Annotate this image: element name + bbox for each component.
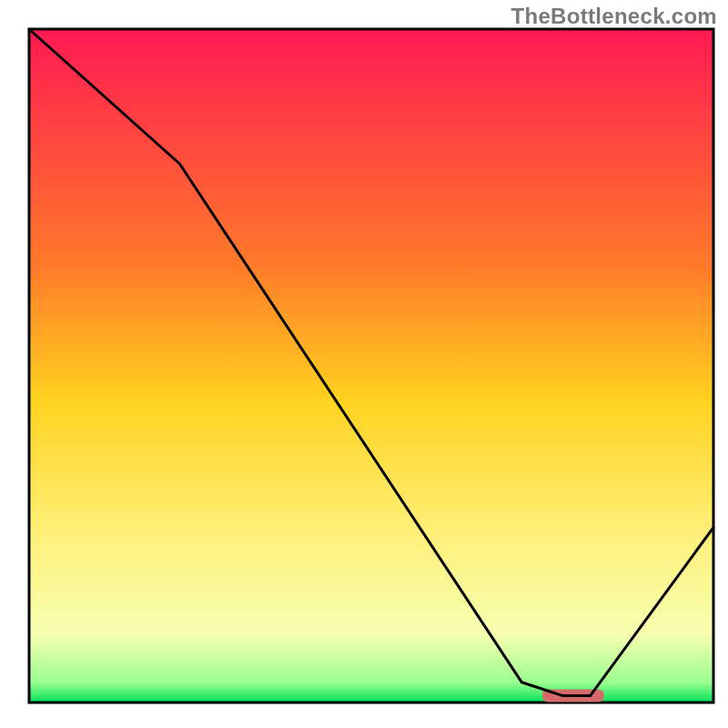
watermark-text: TheBottleneck.com — [511, 4, 717, 29]
plot-background — [29, 29, 713, 703]
chart-svg — [0, 0, 728, 728]
bottleneck-chart: TheBottleneck.com — [0, 0, 728, 728]
